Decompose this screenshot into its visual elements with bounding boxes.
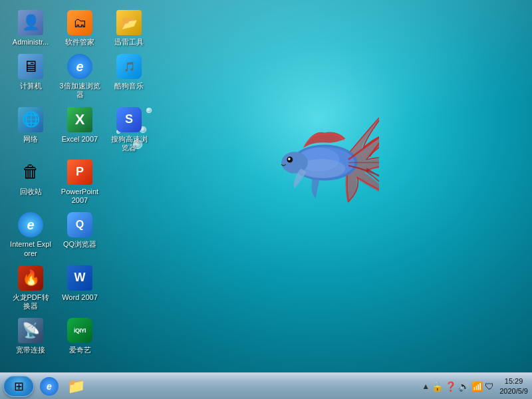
- network-icon: 🌐: [17, 106, 44, 133]
- tray-network-conn-icon[interactable]: 📶: [471, 381, 483, 392]
- icon-row-4: 🗑 回收站 P PowerPoint 2007: [7, 156, 153, 207]
- word-icon: W: [66, 265, 93, 291]
- desktop: 👤 Administr... 🗂 软件管家 📂 迅雷工具 🖥: [0, 0, 532, 399]
- broadband-label: 宽带连接: [16, 346, 45, 354]
- windows-logo-icon: ⊞: [14, 379, 24, 394]
- fish-decoration: [246, 100, 379, 233]
- icon-tools[interactable]: 📂 迅雷工具: [105, 7, 153, 49]
- tray-question-icon[interactable]: ❓: [445, 381, 456, 392]
- svg-point-6: [288, 158, 291, 160]
- clock-time: 15:29: [505, 376, 523, 386]
- qqmusic-icon: 🎵: [116, 53, 142, 80]
- icon-excel2007[interactable]: X Excel 2007: [56, 104, 104, 155]
- excel-icon: X: [66, 106, 93, 133]
- icon-row-2: 🖥 计算机 e 3倍加速浏览器 🎵 酷狗音乐: [7, 51, 153, 102]
- tray-network-icon[interactable]: 🔒: [432, 381, 443, 392]
- ppt2007-label: PowerPoint 2007: [59, 188, 101, 205]
- icon-sogou[interactable]: S 搜狗高速浏览器: [105, 104, 153, 155]
- network-label: 网络: [23, 135, 38, 144]
- icon-ppt2007[interactable]: P PowerPoint 2007: [56, 156, 104, 207]
- sogou-label: 搜狗高速浏览器: [108, 135, 150, 152]
- excel2007-label: Excel 2007: [62, 135, 98, 144]
- iqiyi-icon: iQIYI: [66, 317, 93, 344]
- taskbar-tray: ▲ 🔒 ❓ 🔊 📶 🛡 15:29 2020/5/9: [422, 376, 532, 396]
- icon-broadband[interactable]: 📡 宽带连接: [7, 315, 55, 357]
- icon-software-manager[interactable]: 🗂 软件管家: [56, 7, 104, 49]
- icon-row-5: e Internet Explorer Q QQ浏览器: [7, 209, 153, 260]
- icon-recycle[interactable]: 🗑 回收站: [7, 156, 55, 207]
- software-manager-label: 软件管家: [65, 38, 94, 47]
- tray-security-icon[interactable]: 🛡: [485, 381, 494, 392]
- recycle-label: 回收站: [20, 188, 42, 196]
- icon-ie[interactable]: e Internet Explorer: [7, 209, 55, 260]
- icon-qqmusic[interactable]: 🎵 酷狗音乐: [105, 51, 153, 102]
- word2007-label: Word 2007: [62, 293, 98, 302]
- ie-icon: e: [17, 211, 44, 238]
- svg-point-4: [281, 152, 308, 173]
- qqbrowser-label: QQ浏览器: [63, 240, 96, 249]
- clock-date: 2020/5/9: [499, 386, 528, 396]
- icon-ie-accelerate[interactable]: e 3倍加速浏览器: [56, 51, 104, 102]
- icon-computer[interactable]: 🖥 计算机: [7, 51, 55, 102]
- icon-word2007[interactable]: W Word 2007: [56, 262, 104, 313]
- icon-iqiyi[interactable]: iQIYI 爱奇艺: [56, 315, 104, 357]
- icon-row-7: 📡 宽带连接 iQIYI 爱奇艺: [7, 315, 153, 357]
- icon-administrator[interactable]: 👤 Administr...: [7, 7, 55, 49]
- computer-label: 计算机: [20, 82, 42, 90]
- tray-icons-area: ▲ 🔒 ❓ 🔊 📶 🛡: [422, 381, 494, 392]
- administrator-label: Administr...: [13, 38, 49, 47]
- clock-area[interactable]: 15:29 2020/5/9: [499, 376, 528, 396]
- sogou-icon: S: [116, 106, 142, 133]
- software-manager-icon: 🗂: [66, 9, 93, 36]
- taskbar: ⊞ e 📁 ▲ 🔒 ❓ 🔊 📶 🛡 15:29 2020/5/9: [0, 372, 532, 399]
- icon-row-1: 👤 Administr... 🗂 软件管家 📂 迅雷工具: [7, 7, 153, 49]
- tray-up-arrow-icon[interactable]: ▲: [422, 382, 430, 391]
- icon-row-6: 🔥 火龙PDF转换器 W Word 2007: [7, 262, 153, 313]
- recycle-icon: 🗑: [17, 159, 44, 186]
- taskbar-folder-button[interactable]: 📁: [64, 374, 88, 398]
- ppt-icon: P: [66, 159, 93, 186]
- start-button[interactable]: ⊞: [1, 374, 36, 399]
- computer-icon: 🖥: [17, 53, 44, 80]
- ie-accelerate-label: 3倍加速浏览器: [59, 82, 101, 99]
- desktop-icons-area: 👤 Administr... 🗂 软件管家 📂 迅雷工具 🖥: [7, 7, 153, 357]
- broadband-icon: 📡: [17, 317, 44, 344]
- icon-network[interactable]: 🌐 网络: [7, 104, 55, 155]
- qqmusic-label: 酷狗音乐: [114, 82, 144, 90]
- iqiyi-label: 爱奇艺: [69, 346, 91, 354]
- administrator-icon: 👤: [17, 9, 44, 36]
- tray-volume-icon[interactable]: 🔊: [458, 381, 469, 392]
- firepdf-label: 火龙PDF转换器: [9, 293, 52, 311]
- ie-label: Internet Explorer: [9, 240, 52, 257]
- icon-firepdf[interactable]: 🔥 火龙PDF转换器: [7, 262, 55, 313]
- qqbrowser-icon: Q: [66, 211, 93, 238]
- tools-label: 迅雷工具: [114, 38, 144, 47]
- icon-qqbrowser[interactable]: Q QQ浏览器: [56, 209, 104, 260]
- icon-row-3: 🌐 网络 X Excel 2007 S 搜狗高速浏览器: [7, 104, 153, 155]
- firepdf-icon: 🔥: [17, 265, 44, 291]
- tools-icon: 📂: [116, 9, 142, 36]
- ie-accelerate-icon: e: [66, 53, 93, 80]
- start-button-inner: ⊞: [3, 376, 34, 397]
- folder-icon: 📁: [67, 378, 85, 395]
- taskbar-ie-button[interactable]: e: [37, 374, 61, 398]
